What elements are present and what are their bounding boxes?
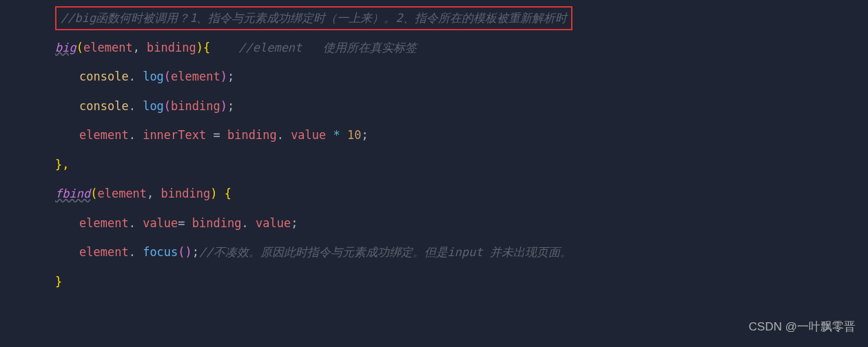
function-fbind: fbind (55, 187, 90, 200)
code-line-7: fbind(element, binding) { (55, 179, 868, 209)
code-line-4: console. log(binding); (55, 92, 868, 121)
code-line-3: console. log(element); (55, 62, 868, 92)
code-line-8: element. value= binding. value; (55, 209, 868, 238)
inline-comment-2: //不凑效。原因此时指令与元素成功绑定。但是input 并未出现页面。 (199, 245, 572, 259)
highlighted-comment: //big函数何时被调用？1、指令与元素成功绑定时（一上来）。2、指令所在的模板… (55, 6, 572, 30)
code-line-2: big(element, binding){ //element 使用所在真实标… (55, 33, 868, 63)
code-line-10: } (55, 267, 868, 297)
code-line-6: }, (55, 150, 868, 180)
function-big: big (55, 41, 76, 54)
inline-comment: //element 使用所在真实标签 (238, 41, 417, 54)
code-line-5: element. innerText = binding. value * 10… (55, 120, 868, 150)
code-line-9: element. focus();//不凑效。原因此时指令与元素成功绑定。但是i… (55, 238, 868, 267)
watermark-text: CSDN @一叶飘零晋 (749, 313, 856, 342)
code-line-1: //big函数何时被调用？1、指令与元素成功绑定时（一上来）。2、指令所在的模板… (55, 3, 868, 33)
